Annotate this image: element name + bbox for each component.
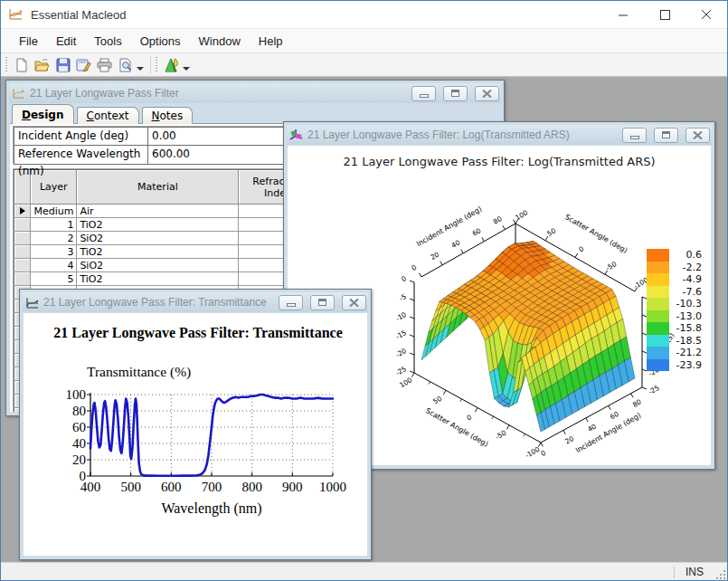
app-icon	[8, 6, 24, 23]
svg-text:40: 40	[586, 422, 598, 433]
menu-options[interactable]: Options	[131, 29, 190, 52]
svg-text:-15: -15	[394, 329, 408, 341]
tab-notes[interactable]: Notes	[142, 107, 194, 124]
svg-text:1000: 1000	[319, 480, 346, 494]
trans-close-button[interactable]	[342, 295, 366, 310]
svg-text:80: 80	[492, 214, 504, 226]
plot3d-titlebar[interactable]: 21 Layer Longwave Pass Filter: Log(Trans…	[287, 125, 712, 145]
save-as-icon	[76, 58, 91, 72]
trans-restore-button[interactable]	[310, 295, 335, 310]
mdi-workspace: 21 Layer Longwave Pass Filter Design Con…	[1, 77, 727, 562]
design-window-icon	[12, 87, 25, 100]
legend-entry: -13.0	[647, 310, 702, 323]
menu-window[interactable]: Window	[190, 29, 250, 52]
svg-text:40: 40	[72, 436, 86, 451]
svg-text:0: 0	[577, 244, 585, 253]
close-icon	[482, 90, 492, 98]
transmittance-titlebar[interactable]: 21 Layer Longwave Pass Filter: Transmitt…	[23, 292, 368, 312]
plot3d-window-title: 21 Layer Longwave Pass Filter: Log(Trans…	[307, 129, 615, 141]
svg-text:21 Layer Longwave Pass Filter:: 21 Layer Longwave Pass Filter: Transmitt…	[53, 325, 343, 341]
menu-file[interactable]: File	[10, 29, 47, 52]
restore-icon	[662, 131, 670, 138]
svg-text:20: 20	[429, 250, 440, 262]
svg-text:Scatter Angle (deg): Scatter Angle (deg)	[563, 213, 629, 254]
menu-bar: File Edit Tools Options Window Help	[1, 28, 727, 52]
transmittance-chart: 21 Layer Longwave Pass Filter: Transmitt…	[24, 313, 367, 556]
svg-text:0: 0	[465, 413, 473, 422]
toolbar-grip[interactable]	[5, 57, 7, 73]
save-button[interactable]	[52, 54, 73, 75]
minimize-icon	[420, 94, 429, 98]
transmittance-window: 21 Layer Longwave Pass Filter: Transmitt…	[19, 289, 372, 560]
new-document-button[interactable]	[11, 54, 32, 75]
save-floppy-icon	[56, 58, 71, 72]
svg-text:Incident Angle (deg): Incident Angle (deg)	[415, 205, 483, 248]
menu-tools[interactable]: Tools	[85, 29, 130, 52]
table-row[interactable]: 1TiO22.29	[14, 218, 317, 232]
design-restore-button[interactable]	[443, 86, 468, 101]
svg-text:-100: -100	[524, 445, 541, 460]
legend-entry: -10.3	[647, 298, 702, 310]
plot3d-chart-title: 21 Layer Longwave Pass Filter: Log(Trans…	[288, 155, 711, 168]
plot3d-minimize-button[interactable]	[622, 128, 647, 143]
svg-text:700: 700	[202, 480, 222, 494]
incident-angle-label: Incident Angle (deg)	[14, 128, 148, 146]
svg-text:900: 900	[282, 480, 303, 494]
plot3d-close-button[interactable]	[685, 128, 710, 143]
toolbar-separator	[150, 56, 151, 74]
svg-text:80: 80	[72, 404, 86, 418]
reference-wavelength-label: Reference Wavelength (nm)	[14, 146, 148, 164]
svg-text:0: 0	[400, 274, 408, 283]
print-button[interactable]	[94, 54, 115, 75]
close-icon	[702, 10, 712, 20]
table-row[interactable]: 4SiO21.45	[14, 259, 317, 272]
table-row[interactable]: 3TiO22.29	[14, 245, 317, 259]
table-row[interactable]: 5TiO22.29	[14, 272, 317, 286]
macleod-cone-button[interactable]	[161, 54, 182, 75]
cone-dropdown-icon[interactable]	[183, 67, 190, 71]
close-button[interactable]	[685, 1, 727, 28]
svg-text:Wavelength (nm): Wavelength (nm)	[161, 500, 261, 517]
design-titlebar[interactable]: 21 Layer Longwave Pass Filter	[9, 83, 501, 103]
menu-help[interactable]: Help	[250, 29, 292, 52]
transmittance-window-icon	[25, 296, 39, 310]
svg-text:800: 800	[241, 480, 262, 494]
tab-design[interactable]: Design	[12, 104, 74, 124]
design-window-title: 21 Layer Longwave Pass Filter	[30, 87, 404, 100]
legend-entry: 0.6	[647, 249, 702, 262]
svg-text:-5: -5	[398, 292, 408, 303]
svg-text:Incident Angle (deg): Incident Angle (deg)	[574, 411, 642, 454]
legend-entry: -23.9	[647, 359, 702, 372]
table-row[interactable]: 2SiO21.45	[14, 232, 317, 245]
legend-entry: -18.5	[647, 335, 702, 348]
status-bar: INS	[1, 562, 727, 581]
plot3d-restore-button[interactable]	[654, 128, 678, 143]
toolbar-grip-2[interactable]	[156, 57, 157, 73]
main-titlebar[interactable]: Essential Macleod	[1, 1, 727, 28]
svg-text:20: 20	[72, 452, 86, 467]
menu-edit[interactable]: Edit	[47, 29, 85, 52]
minimize-button[interactable]	[602, 1, 644, 28]
legend-entry: -2.2	[647, 262, 702, 274]
toolbar-dropdown-icon[interactable]	[137, 67, 144, 71]
open-button[interactable]	[32, 54, 52, 75]
tab-context[interactable]: Context	[77, 107, 139, 124]
resize-grip[interactable]	[716, 570, 725, 579]
print-preview-button[interactable]	[115, 54, 136, 75]
trans-minimize-button[interactable]	[279, 295, 303, 310]
current-row-arrow	[20, 207, 25, 214]
design-minimize-button[interactable]	[411, 86, 436, 101]
table-row[interactable]: MediumAir1.00	[14, 205, 317, 218]
minimize-icon	[619, 10, 629, 20]
legend-entry: -15.8	[647, 322, 702, 335]
svg-text:-25: -25	[394, 365, 408, 377]
maximize-button[interactable]	[644, 1, 685, 28]
design-close-button[interactable]	[475, 86, 499, 101]
svg-text:60: 60	[72, 420, 86, 434]
restore-icon	[451, 90, 459, 97]
legend-entry: -4.9	[647, 273, 702, 286]
svg-text:60: 60	[471, 226, 483, 238]
window-title: Essential Macleod	[31, 8, 602, 22]
save-as-button[interactable]	[73, 54, 94, 75]
svg-text:-20: -20	[394, 347, 408, 359]
